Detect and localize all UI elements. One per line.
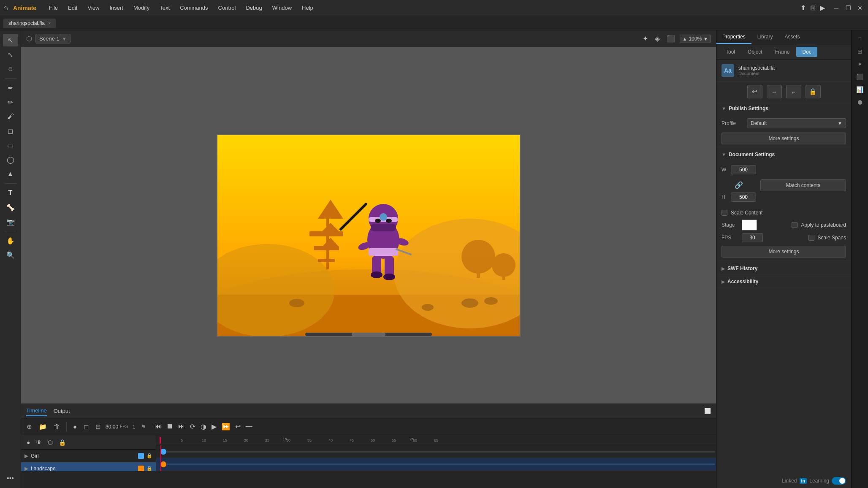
stop-btn[interactable]: ⏹ (165, 422, 175, 431)
stage-color-picker[interactable] (742, 220, 757, 230)
layer-hide-icon[interactable]: 👁 (34, 438, 44, 447)
prop-icon-transform[interactable]: ↔ (767, 85, 782, 98)
stage-snap-icon[interactable]: ✦ (640, 33, 650, 44)
publish-icon[interactable]: ⬆ (800, 4, 806, 12)
menu-edit[interactable]: Edit (64, 3, 81, 13)
eraser-tool[interactable]: ◻ (3, 125, 18, 137)
file-tab[interactable]: sharingsocial.fla × (3, 19, 56, 28)
match-contents-btn[interactable]: Match contents (760, 179, 846, 191)
stage-back-icon[interactable]: ⬡ (26, 35, 32, 43)
loop-icon[interactable]: ⟳ (188, 422, 197, 431)
menu-view[interactable]: View (83, 3, 103, 13)
panel-tab-assets[interactable]: Assets (778, 30, 806, 44)
minimize-button[interactable]: ─ (832, 3, 841, 13)
rectangle-tool[interactable]: ▭ (3, 139, 18, 152)
fill-tool[interactable]: ▲ (3, 168, 18, 180)
zoom-control[interactable]: ▲ 100% ▼ (680, 35, 711, 43)
layer-item-landscape[interactable]: ▶ Landscape 🔒 (21, 462, 156, 471)
zoom-up-icon[interactable]: ▲ (683, 36, 687, 41)
prop-tab-object[interactable]: Object (742, 47, 768, 57)
far-right-icon-5[interactable]: 📊 (854, 84, 865, 95)
width-input[interactable] (731, 165, 756, 174)
more-tools[interactable]: ••• (3, 472, 18, 485)
text-tool[interactable]: T (3, 187, 18, 199)
prop-icon-corner[interactable]: ⌐ (786, 85, 801, 98)
stage-scrollbar-h[interactable] (305, 333, 432, 336)
zoom-down-icon[interactable]: ▼ (703, 36, 708, 41)
panel-tab-library[interactable]: Library (751, 30, 779, 44)
far-right-icon-1[interactable]: ≡ (856, 34, 863, 44)
timeline-maximize-icon[interactable]: ⬜ (704, 408, 711, 414)
zoom-tool[interactable]: 🔍 (3, 249, 18, 261)
close-button[interactable]: ✕ (855, 3, 865, 13)
menu-window[interactable]: Window (268, 3, 296, 13)
profile-select[interactable]: Default ▼ (747, 118, 846, 128)
tl-keyframe-icon[interactable]: ◻ (81, 422, 91, 432)
stage-clip-icon[interactable]: ⬛ (665, 33, 677, 44)
prop-icon-lock[interactable]: 🔒 (806, 85, 821, 98)
select-tool[interactable]: ↖ (3, 34, 18, 46)
layer-lock-girl[interactable]: 🔒 (146, 453, 152, 458)
tl-framesize-icon[interactable]: ⊟ (93, 422, 103, 432)
prev-keyframe-btn[interactable]: ⏮ (153, 422, 163, 431)
menu-text[interactable]: Text (155, 3, 174, 13)
layout-icon[interactable]: ⊞ (810, 4, 816, 12)
menu-insert[interactable]: Insert (105, 3, 127, 13)
apply-pasteboard-checkbox[interactable] (792, 222, 797, 228)
next-keyframe-btn[interactable]: ⏭ (176, 422, 187, 431)
publish-settings-header[interactable]: ▼ Publish Settings (716, 102, 851, 115)
transform-tool[interactable]: ⤡ (3, 48, 18, 61)
far-right-icon-6[interactable]: ⬢ (856, 97, 864, 107)
layer-solo-icon[interactable]: ● (24, 438, 32, 447)
scale-spans-checkbox[interactable] (808, 235, 814, 241)
restore-button[interactable]: ❐ (844, 3, 853, 13)
close-tab-icon[interactable]: × (48, 21, 51, 26)
menu-control[interactable]: Control (214, 3, 240, 13)
delete-layer-icon[interactable]: 🗑 (52, 422, 62, 431)
pen-tool[interactable]: ✒ (3, 81, 18, 94)
far-right-icon-3[interactable]: ✦ (856, 59, 864, 69)
height-input[interactable] (731, 192, 756, 202)
layer-item-girl[interactable]: ▶ Girl 🔒 (21, 450, 156, 462)
undo-btn[interactable]: ↩ (233, 422, 242, 431)
pencil-tool[interactable]: ✏ (3, 96, 18, 108)
prop-tab-tool[interactable]: Tool (720, 47, 741, 57)
add-layer-icon[interactable]: ⊕ (24, 422, 34, 432)
tab-timeline[interactable]: Timeline (26, 406, 47, 416)
panel-tab-properties[interactable]: Properties (716, 30, 751, 44)
menu-debug[interactable]: Debug (241, 3, 266, 13)
publish-more-settings-btn[interactable]: More settings (722, 133, 846, 144)
options-btn[interactable]: — (244, 422, 254, 431)
swf-history-header[interactable]: ▶ SWF History (716, 262, 851, 275)
tab-output[interactable]: Output (54, 406, 70, 416)
lasso-tool[interactable]: ⌾ (3, 62, 18, 75)
menu-file[interactable]: File (45, 3, 62, 13)
accessibility-header[interactable]: ▶ Accessibility (716, 275, 851, 288)
far-right-icon-2[interactable]: ⊞ (856, 46, 864, 57)
camera-tool[interactable]: 📷 (3, 215, 18, 228)
menu-help[interactable]: Help (298, 3, 317, 13)
play-icon[interactable]: ▶ (820, 4, 825, 12)
doc-more-settings-btn[interactable]: More settings (722, 246, 846, 258)
linkedin-toggle[interactable] (832, 477, 846, 485)
add-folder-icon[interactable]: 📁 (37, 422, 49, 432)
stage-onion-icon[interactable]: ◈ (653, 33, 662, 44)
scene-selector[interactable]: Scene 1 ▼ (35, 34, 71, 43)
play-btn[interactable]: ▶ (210, 422, 218, 431)
document-settings-header[interactable]: ▼ Document Settings (716, 148, 851, 161)
prop-tab-frame[interactable]: Frame (769, 47, 796, 57)
home-icon[interactable]: ⌂ (3, 3, 8, 12)
fps-input[interactable] (742, 233, 763, 242)
layer-lock-landscape[interactable]: 🔒 (146, 466, 152, 471)
menu-modify[interactable]: Modify (129, 3, 154, 13)
prop-icon-snap[interactable]: ↩ (747, 85, 762, 98)
tl-dot-icon[interactable]: ● (71, 422, 79, 431)
far-right-icon-4[interactable]: ⬛ (854, 72, 865, 82)
menu-commands[interactable]: Commands (176, 3, 212, 13)
onion-skin-btn[interactable]: ◑ (199, 422, 208, 431)
oval-tool[interactable]: ◯ (3, 153, 18, 166)
prop-tab-doc[interactable]: Doc (796, 47, 817, 57)
bone-tool[interactable]: 🦴 (3, 201, 18, 214)
step-forward-btn[interactable]: ⏩ (220, 422, 232, 431)
hand-tool[interactable]: ✋ (3, 234, 18, 247)
